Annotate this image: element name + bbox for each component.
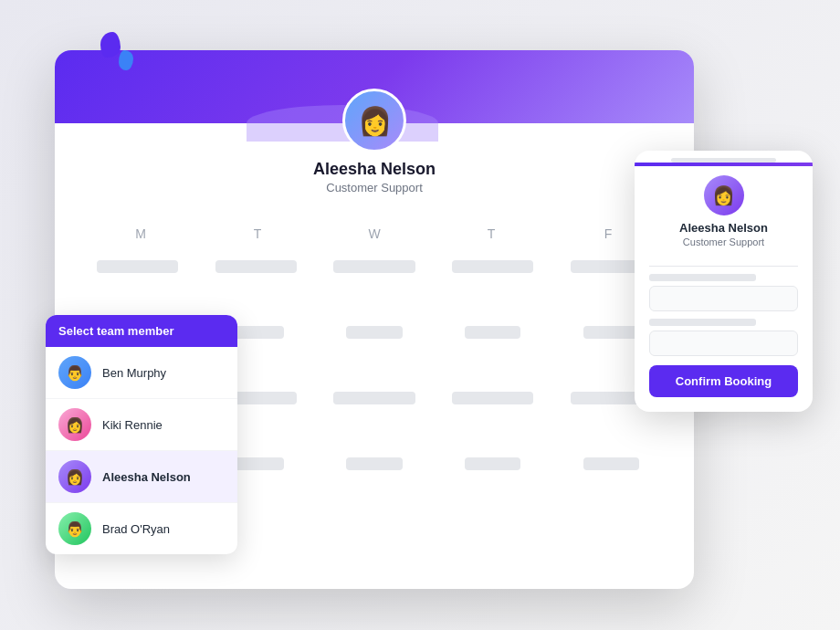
cal-cell[interactable] [437, 256, 549, 314]
calendar-days-header: M T W T F [82, 219, 667, 248]
team-member-aleesha[interactable]: 👩 Aleesha Nelson [46, 451, 237, 503]
member-avatar-brad: 👨 [58, 512, 91, 545]
cal-cell[interactable] [201, 256, 312, 314]
team-member-ben[interactable]: 👨 Ben Murphy [46, 347, 237, 399]
cal-cell[interactable] [437, 321, 549, 380]
cal-cell[interactable] [437, 453, 549, 511]
mobile-profile-name: Aleesha Nelson [679, 221, 768, 235]
time-slot[interactable] [452, 260, 533, 273]
avatar-emoji-kiki: 👩 [66, 416, 84, 434]
mobile-profile-role: Customer Support [683, 236, 764, 247]
team-member-dropdown: Select team member 👨 Ben Murphy 👩 Kiki R… [46, 315, 237, 554]
main-avatar: 👩 [342, 89, 406, 152]
time-slot[interactable] [583, 457, 639, 470]
main-avatar-emoji: 👩 [358, 105, 392, 137]
member-avatar-kiki: 👩 [58, 408, 91, 441]
member-name-brad: Brad O'Ryan [102, 522, 170, 536]
scene: 👩 Aleesha Nelson Customer Support M T W … [27, 23, 813, 607]
member-name-aleesha: Aleesha Nelson [102, 470, 191, 484]
mobile-input-1[interactable] [649, 286, 798, 311]
member-avatar-ben: 👨 [58, 356, 91, 389]
mobile-booking-card: 👩 Aleesha Nelson Customer Support Confir… [635, 151, 813, 412]
time-slot[interactable] [346, 457, 402, 470]
time-slot[interactable] [333, 392, 415, 404]
avatar-emoji-ben: 👨 [66, 364, 84, 382]
mobile-divider [649, 266, 798, 267]
time-slot[interactable] [346, 326, 402, 339]
member-avatar-aleesha: 👩 [58, 460, 91, 493]
time-slot[interactable] [333, 260, 415, 273]
mobile-avatar: 👩 [704, 175, 744, 215]
time-slot[interactable] [583, 326, 639, 339]
time-slot[interactable] [97, 260, 178, 273]
main-profile-role: Customer Support [326, 181, 423, 194]
mobile-input-2[interactable] [649, 331, 798, 356]
avatar-emoji-brad: 👨 [66, 520, 84, 538]
cal-cell[interactable] [319, 256, 430, 314]
team-member-kiki[interactable]: 👩 Kiki Rennie [46, 399, 237, 451]
mobile-avatar-emoji: 👩 [712, 184, 735, 206]
confirm-booking-button[interactable]: Confirm Booking [649, 365, 798, 397]
mobile-header: 👩 Aleesha Nelson Customer Support [635, 166, 813, 258]
day-M: M [82, 219, 199, 248]
dropdown-header: Select team member [46, 315, 237, 347]
member-name-ben: Ben Murphy [102, 366, 166, 380]
day-T2: T [433, 219, 550, 248]
time-slot[interactable] [452, 392, 533, 404]
time-slot[interactable] [465, 457, 520, 470]
mobile-field-label-2 [649, 319, 756, 326]
main-profile-name: Aleesha Nelson [313, 160, 436, 179]
cal-cell[interactable] [319, 453, 430, 511]
day-T1: T [199, 219, 316, 248]
cal-cell[interactable] [437, 387, 549, 446]
cal-cell[interactable] [82, 256, 194, 314]
cal-cell[interactable] [319, 387, 430, 446]
team-member-brad[interactable]: 👨 Brad O'Ryan [46, 503, 237, 554]
avatar-emoji-aleesha: 👩 [66, 468, 84, 486]
day-W: W [316, 219, 433, 248]
cal-cell[interactable] [555, 453, 667, 511]
cal-cell[interactable] [319, 321, 430, 380]
time-slot[interactable] [465, 326, 520, 339]
time-slot[interactable] [215, 260, 297, 273]
member-name-kiki: Kiki Rennie [102, 418, 163, 432]
main-profile: 👩 Aleesha Nelson Customer Support [313, 89, 436, 194]
mobile-field-label-1 [649, 274, 756, 281]
